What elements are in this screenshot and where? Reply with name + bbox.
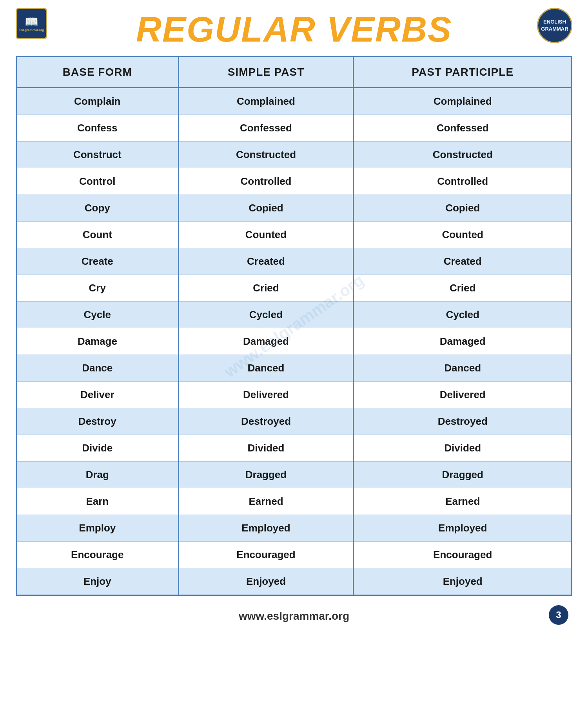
table-row: EncourageEncouragedEncouraged <box>17 542 571 568</box>
table-row: CreateCreatedCreated <box>17 248 571 275</box>
cell-13-1: Divided <box>178 435 354 462</box>
footer-url: www.eslgrammar.org <box>239 610 349 622</box>
table-row: CopyCopiedCopied <box>17 195 571 222</box>
page-title: REGULAR VERBS <box>136 9 452 50</box>
cell-9-0: Damage <box>17 328 178 355</box>
cell-6-2: Created <box>354 248 571 275</box>
col-header-base: BASE FORM <box>17 57 178 88</box>
verbs-table: BASE FORM SIMPLE PAST PAST PARTICIPLE Co… <box>17 57 571 595</box>
table-row: DanceDancedDanced <box>17 355 571 382</box>
cell-4-2: Copied <box>354 195 571 222</box>
cell-12-0: Destroy <box>17 408 178 435</box>
cell-18-1: Enjoyed <box>178 568 354 595</box>
table-row: DamageDamagedDamaged <box>17 328 571 355</box>
cell-4-0: Copy <box>17 195 178 222</box>
table-row: ControlControlledControlled <box>17 168 571 195</box>
cell-12-2: Destroyed <box>354 408 571 435</box>
table-row: EmployEmployedEmployed <box>17 515 571 542</box>
cell-7-2: Cried <box>354 275 571 302</box>
cell-11-1: Delivered <box>178 382 354 408</box>
cell-18-0: Enjoy <box>17 568 178 595</box>
cell-13-0: Divide <box>17 435 178 462</box>
verbs-table-wrapper: www.eslgrammar.org BASE FORM SIMPLE PAST… <box>16 56 572 596</box>
cell-1-1: Confessed <box>178 115 354 142</box>
cell-8-0: Cycle <box>17 302 178 328</box>
cell-17-0: Encourage <box>17 542 178 568</box>
table-row: CryCriedCried <box>17 275 571 302</box>
badge-line1: ENGLISH <box>543 18 566 25</box>
col-header-past-participle: PAST PARTICIPLE <box>354 57 571 88</box>
cell-16-1: Employed <box>178 515 354 542</box>
cell-7-1: Cried <box>178 275 354 302</box>
table-row: ComplainComplainedComplained <box>17 88 571 115</box>
cell-16-2: Employed <box>354 515 571 542</box>
cell-15-0: Earn <box>17 488 178 515</box>
cell-2-0: Construct <box>17 142 178 168</box>
cell-2-2: Constructed <box>354 142 571 168</box>
table-row: DestroyDestroyedDestroyed <box>17 408 571 435</box>
cell-18-2: Enjoyed <box>354 568 571 595</box>
cell-14-2: Dragged <box>354 462 571 488</box>
table-row: DivideDividedDivided <box>17 435 571 462</box>
cell-6-1: Created <box>178 248 354 275</box>
cell-12-1: Destroyed <box>178 408 354 435</box>
cell-0-2: Complained <box>354 88 571 115</box>
cell-17-1: Encouraged <box>178 542 354 568</box>
table-row: EarnEarnedEarned <box>17 488 571 515</box>
col-header-simple-past: SIMPLE PAST <box>178 57 354 88</box>
cell-0-0: Complain <box>17 88 178 115</box>
cell-6-0: Create <box>17 248 178 275</box>
cell-11-0: Deliver <box>17 382 178 408</box>
table-row: CountCountedCounted <box>17 222 571 248</box>
cell-5-0: Count <box>17 222 178 248</box>
cell-7-0: Cry <box>17 275 178 302</box>
cell-4-1: Copied <box>178 195 354 222</box>
cell-14-0: Drag <box>17 462 178 488</box>
logo-icon: 📖 <box>25 15 38 28</box>
cell-5-2: Counted <box>354 222 571 248</box>
cell-0-1: Complained <box>178 88 354 115</box>
cell-10-0: Dance <box>17 355 178 382</box>
table-row: DragDraggedDragged <box>17 462 571 488</box>
page-number: 3 <box>549 605 568 625</box>
header: 📖 ESLgrammar.org REGULAR VERBS ENGLISH G… <box>0 0 588 56</box>
cell-1-0: Confess <box>17 115 178 142</box>
cell-10-1: Danced <box>178 355 354 382</box>
logo: 📖 ESLgrammar.org <box>16 8 47 39</box>
cell-13-2: Divided <box>354 435 571 462</box>
table-row: ConstructConstructedConstructed <box>17 142 571 168</box>
cell-15-2: Earned <box>354 488 571 515</box>
cell-2-1: Constructed <box>178 142 354 168</box>
footer: www.eslgrammar.org 3 <box>0 604 588 629</box>
table-row: CycleCycledCycled <box>17 302 571 328</box>
cell-10-2: Danced <box>354 355 571 382</box>
cell-14-1: Dragged <box>178 462 354 488</box>
cell-1-2: Confessed <box>354 115 571 142</box>
logo-text: ESLgrammar.org <box>19 28 44 32</box>
cell-9-1: Damaged <box>178 328 354 355</box>
table-header-row: BASE FORM SIMPLE PAST PAST PARTICIPLE <box>17 57 571 88</box>
cell-3-0: Control <box>17 168 178 195</box>
table-row: EnjoyEnjoyedEnjoyed <box>17 568 571 595</box>
cell-11-2: Delivered <box>354 382 571 408</box>
grammar-badge: ENGLISH GRAMMAR <box>537 8 572 43</box>
cell-8-1: Cycled <box>178 302 354 328</box>
cell-3-2: Controlled <box>354 168 571 195</box>
cell-16-0: Employ <box>17 515 178 542</box>
badge-line2: GRAMMAR <box>541 25 568 33</box>
cell-5-1: Counted <box>178 222 354 248</box>
table-row: DeliverDeliveredDelivered <box>17 382 571 408</box>
cell-9-2: Damaged <box>354 328 571 355</box>
cell-17-2: Encouraged <box>354 542 571 568</box>
table-row: ConfessConfessedConfessed <box>17 115 571 142</box>
cell-3-1: Controlled <box>178 168 354 195</box>
cell-8-2: Cycled <box>354 302 571 328</box>
cell-15-1: Earned <box>178 488 354 515</box>
